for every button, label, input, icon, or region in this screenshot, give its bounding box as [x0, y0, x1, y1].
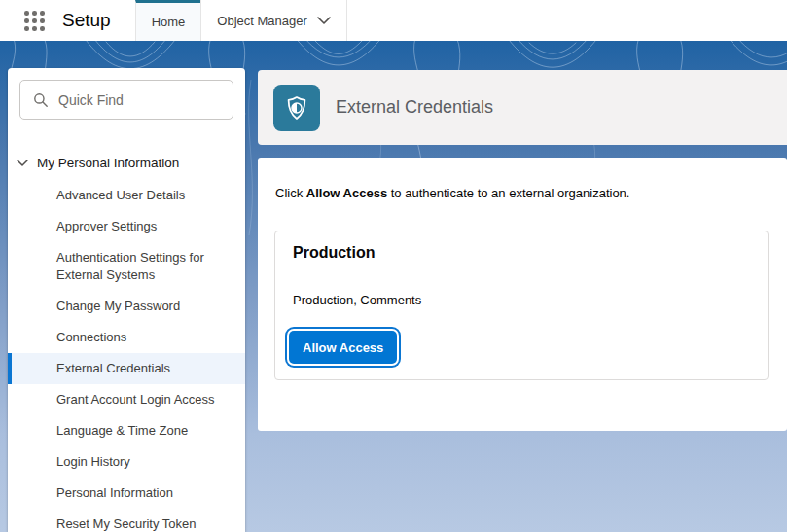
setup-sidebar: My Personal Information Advanced User De… — [8, 68, 245, 532]
sidebar-item-reset-my-security-token[interactable]: Reset My Security Token — [8, 509, 245, 532]
sidebar-item-login-history[interactable]: Login History — [8, 446, 245, 478]
credential-card: Production Production, Comments Allow Ac… — [274, 231, 769, 380]
nav-group-my-personal-information[interactable]: My Personal Information — [17, 156, 179, 170]
page-title: External Credentials — [336, 97, 493, 118]
page-content: Click Allow Access to authenticate to an… — [258, 158, 787, 431]
chevron-down-icon — [317, 17, 331, 24]
sidebar-item-connections[interactable]: Connections — [8, 322, 245, 353]
quick-find-box — [19, 80, 233, 120]
credential-card-subtitle: Production, Comments — [293, 293, 421, 307]
setup-tabs: Home Object Manager — [135, 0, 347, 41]
sidebar-item-personal-information[interactable]: Personal Information — [8, 478, 245, 509]
sidebar-item-external-credentials[interactable]: External Credentials — [8, 353, 245, 384]
chevron-down-icon — [17, 160, 28, 166]
credential-card-title: Production — [293, 244, 375, 262]
sidebar-item-authentication-settings-for-external-systems[interactable]: Authentication Settings for External Sys… — [8, 242, 245, 291]
intro-bold: Allow Access — [306, 186, 387, 200]
setup-topbar: Setup Home Object Manager — [0, 0, 787, 41]
salesforce-setup-screen: Setup Home Object Manager My Personal In… — [0, 0, 787, 532]
tab-object-manager[interactable]: Object Manager — [200, 0, 347, 41]
sidebar-item-change-my-password[interactable]: Change My Password — [8, 291, 245, 322]
sidebar-nav-list: Advanced User Details Approver Settings … — [8, 180, 245, 532]
app-launcher-waffle-icon[interactable] — [24, 11, 45, 31]
allow-access-button[interactable]: Allow Access — [289, 331, 397, 364]
sidebar-item-approver-settings[interactable]: Approver Settings — [8, 211, 245, 242]
tab-home-label: Home — [152, 15, 186, 29]
tab-object-manager-label: Object Manager — [217, 14, 307, 28]
page-header: External Credentials — [258, 70, 787, 145]
sidebar-item-language-time-zone[interactable]: Language & Time Zone — [8, 415, 245, 446]
app-title: Setup — [62, 0, 111, 41]
nav-group-label: My Personal Information — [37, 156, 179, 170]
intro-post: to authenticate to an external organizat… — [387, 186, 629, 200]
tab-home[interactable]: Home — [135, 0, 201, 41]
intro-text: Click Allow Access to authenticate to an… — [275, 186, 629, 200]
search-icon — [33, 92, 49, 108]
intro-pre: Click — [275, 186, 306, 200]
sidebar-item-advanced-user-details[interactable]: Advanced User Details — [8, 180, 245, 211]
sidebar-item-grant-account-login-access[interactable]: Grant Account Login Access — [8, 384, 245, 415]
shield-icon — [273, 85, 320, 131]
quick-find-input[interactable] — [58, 92, 233, 108]
